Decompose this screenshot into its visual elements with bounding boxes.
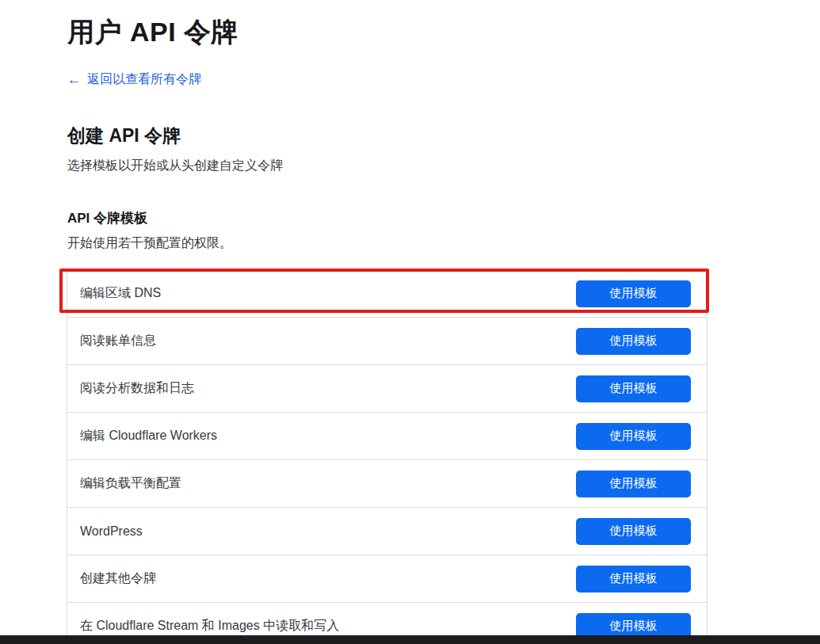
template-table: 编辑区域 DNS 使用模板 阅读账单信息 使用模板 阅读分析数据和日志 使用模板… <box>67 269 707 644</box>
use-template-button[interactable]: 使用模板 <box>576 375 691 402</box>
use-template-button[interactable]: 使用模板 <box>576 566 691 593</box>
template-name: 在 Cloudflare Stream 和 Images 中读取和写入 <box>80 618 339 634</box>
back-arrow-icon: ← <box>67 73 81 86</box>
template-row-wordpress: WordPress 使用模板 <box>67 508 707 555</box>
use-template-button[interactable]: 使用模板 <box>576 471 691 497</box>
template-row-edit-zone-dns: 编辑区域 DNS 使用模板 <box>67 270 707 318</box>
template-name: 编辑 Cloudflare Workers <box>80 428 217 444</box>
template-name: 编辑负载平衡配置 <box>80 475 181 492</box>
template-row-edit-load-balancing: 编辑负载平衡配置 使用模板 <box>67 460 707 508</box>
page-title: 用户 API 令牌 <box>67 14 238 51</box>
templates-heading: API 令牌模板 <box>67 209 147 227</box>
template-row-edit-workers: 编辑 Cloudflare Workers 使用模板 <box>67 413 707 460</box>
template-row-create-additional-tokens: 创建其他令牌 使用模板 <box>67 555 707 603</box>
use-template-button[interactable]: 使用模板 <box>576 518 691 545</box>
use-template-button[interactable]: 使用模板 <box>576 328 691 355</box>
template-name: 创建其他令牌 <box>80 570 156 587</box>
create-token-heading: 创建 API 令牌 <box>67 124 181 148</box>
back-link-label: 返回以查看所有令牌 <box>87 71 201 88</box>
template-name: 阅读账单信息 <box>80 333 156 349</box>
template-row-read-billing: 阅读账单信息 使用模板 <box>67 318 707 365</box>
create-token-subtitle: 选择模板以开始或从头创建自定义令牌 <box>67 158 283 174</box>
templates-subtitle: 开始使用若干预配置的权限。 <box>67 235 232 252</box>
back-link[interactable]: ← 返回以查看所有令牌 <box>67 71 201 88</box>
page-container: 用户 API 令牌 ← 返回以查看所有令牌 创建 API 令牌 选择模板以开始或… <box>0 0 820 644</box>
template-name: 阅读分析数据和日志 <box>80 380 194 397</box>
template-row-read-analytics-logs: 阅读分析数据和日志 使用模板 <box>67 365 707 413</box>
template-name: 编辑区域 DNS <box>80 285 161 302</box>
use-template-button[interactable]: 使用模板 <box>576 280 691 307</box>
use-template-button[interactable]: 使用模板 <box>576 423 691 450</box>
bottom-window-edge-bar <box>0 635 820 644</box>
template-name: WordPress <box>80 524 143 539</box>
